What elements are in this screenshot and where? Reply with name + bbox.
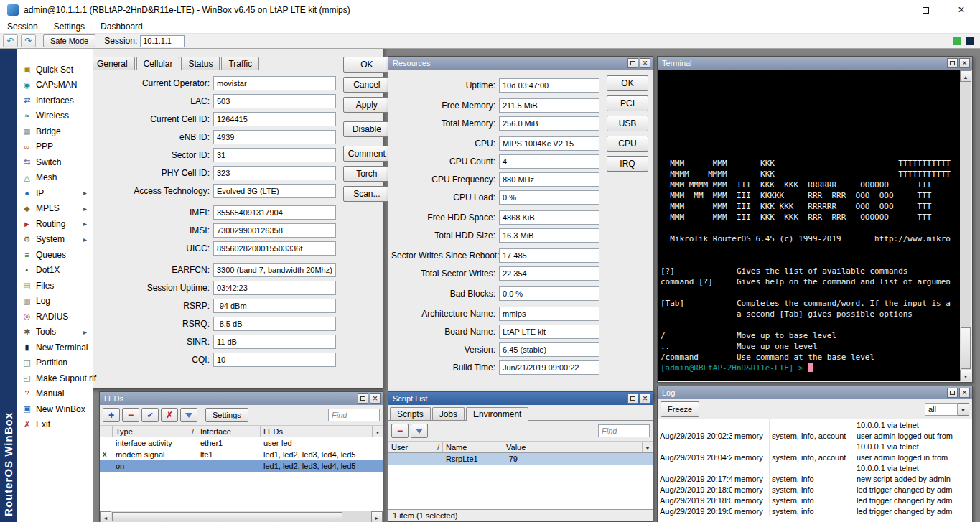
column-header-type[interactable]: Type/ [113, 426, 197, 437]
sidebar-item[interactable]: ◰ Make Supout.rif [17, 370, 93, 386]
sidebar-item[interactable]: ▤ Files [17, 278, 93, 294]
safe-mode-button[interactable]: Safe Mode [43, 34, 95, 47]
terminal-titlebar[interactable]: Terminal [658, 57, 972, 70]
sidebar-item[interactable]: ⚙ System [17, 232, 93, 248]
sidebar-item[interactable]: ✗ Exit [17, 417, 93, 433]
log-row[interactable]: Aug/29/2019 20:04:26 memory system, info… [658, 452, 972, 462]
field-value[interactable]: 16.3 MiB [499, 228, 599, 243]
sidebar-item[interactable]: ● IP [17, 185, 93, 201]
field-value[interactable]: 22 354 [499, 266, 599, 281]
tab[interactable]: Status [181, 57, 220, 70]
remove-button[interactable] [391, 424, 409, 438]
lte-action-button[interactable]: Apply [343, 97, 391, 113]
field-value[interactable]: 10 [213, 353, 336, 367]
tab[interactable]: Scripts [390, 407, 431, 420]
log-row[interactable]: Aug/29/2019 20:17:49 memory system, info… [658, 473, 972, 484]
lte-action-button[interactable]: Scan... [343, 186, 391, 202]
field-value[interactable]: 4 [499, 154, 599, 169]
field-value[interactable]: 323 [213, 166, 336, 180]
sidebar-item[interactable]: ▣ Quick Set [17, 62, 93, 78]
column-header-user[interactable]: User/ [388, 442, 443, 452]
field-value[interactable]: 730029900126358 [213, 223, 336, 238]
lte-action-button[interactable]: Comment [343, 146, 391, 162]
field-value[interactable]: 256.0 MiB [499, 116, 599, 131]
terminal-scrollbar[interactable] [960, 70, 971, 381]
column-header-value[interactable]: Value [503, 442, 642, 452]
field-value[interactable]: 17 485 [499, 248, 599, 263]
log-row[interactable]: 10.0.0.1 via telnet [658, 462, 972, 473]
filter-button[interactable] [180, 408, 197, 422]
sidebar-item[interactable]: ∞ PPP [17, 139, 93, 155]
maximize-button[interactable] [920, 4, 931, 16]
maximize-button[interactable] [358, 393, 368, 404]
find-input[interactable] [598, 424, 650, 437]
dropdown-button[interactable] [958, 403, 969, 416]
field-value[interactable]: 31 [213, 148, 336, 162]
field-value[interactable]: 11 dB [213, 335, 336, 349]
field-value[interactable]: Evolved 3G (LTE) [213, 184, 336, 198]
field-value[interactable]: mmips [499, 307, 599, 321]
lte-action-button[interactable]: Cancel [343, 77, 391, 93]
tab[interactable]: Environment [466, 407, 528, 421]
column-dropdown-button[interactable] [642, 442, 653, 452]
column-header-interface[interactable]: Interface [197, 426, 261, 437]
tab[interactable]: Cellular [136, 57, 180, 70]
resources-action-button[interactable]: IRQ [607, 156, 648, 172]
resources-action-button[interactable]: CPU [607, 136, 648, 152]
field-value[interactable]: 10d 03:47:00 [499, 78, 599, 93]
menu-dashboard[interactable]: Dashboard [101, 22, 143, 32]
field-value[interactable]: MIPS 1004Kc V2.15 [499, 136, 599, 151]
terminal-output[interactable]: MMM MMM KKK TTTTTTTTTTT MMMM MMMM KKK TT… [658, 70, 960, 381]
filter-button[interactable] [411, 424, 428, 438]
log-row[interactable]: Aug/29/2019 20:02:37 memory system, info… [658, 430, 972, 441]
log-row[interactable]: 10.0.0.1 via telnet [658, 419, 972, 430]
undo-button[interactable] [3, 34, 18, 47]
hscrollbar-thumb[interactable] [112, 512, 342, 521]
sidebar-item[interactable]: ► Routing [17, 216, 93, 232]
sidebar-item[interactable]: ⇄ Interfaces [17, 93, 93, 108]
scroll-left-button[interactable] [100, 511, 111, 522]
resources-titlebar[interactable]: Resources [388, 57, 653, 70]
resources-action-button[interactable]: PCI [607, 95, 648, 111]
scroll-right-button[interactable] [371, 511, 383, 522]
resources-action-button[interactable]: OK [607, 75, 648, 91]
scroll-down-button[interactable] [960, 370, 971, 381]
close-button[interactable] [959, 388, 970, 398]
close-button[interactable] [640, 58, 650, 68]
resources-action-button[interactable]: USB [607, 116, 648, 131]
sidebar-item[interactable]: ◎ RADIUS [17, 309, 93, 325]
log-row[interactable]: Aug/29/2019 20:18:03 memory system, info… [658, 495, 972, 505]
field-value[interactable]: -94 dBm [213, 299, 336, 313]
maximize-button[interactable] [627, 393, 638, 404]
menu-session[interactable]: Session [7, 22, 38, 32]
enable-button[interactable] [141, 408, 159, 422]
column-header-name[interactable]: Name [443, 442, 503, 452]
scroll-up-button[interactable] [960, 70, 971, 82]
log-titlebar[interactable]: Log [658, 386, 972, 399]
session-input[interactable] [140, 35, 185, 47]
tab[interactable]: Jobs [432, 407, 465, 420]
tab[interactable]: Traffic [221, 57, 259, 70]
field-value[interactable]: movistar [213, 76, 336, 90]
field-value[interactable]: 8956028200015503336f [213, 241, 336, 256]
sidebar-item[interactable]: △ Mesh [17, 170, 93, 186]
leds-titlebar[interactable]: LEDs [100, 392, 383, 405]
field-value[interactable]: LtAP LTE kit [499, 325, 599, 339]
sidebar-item[interactable]: ▣ New WinBox [17, 401, 93, 417]
add-button[interactable] [103, 408, 120, 422]
log-filter-select[interactable]: all [925, 403, 969, 416]
sidebar-item[interactable]: ▥ Log [17, 294, 93, 309]
remove-button[interactable] [122, 408, 139, 422]
maximize-button[interactable] [947, 388, 958, 398]
sidebar-item[interactable]: ▦ Bridge [17, 123, 93, 139]
horizontal-scrollbar[interactable] [100, 511, 383, 522]
lte-action-button[interactable]: Disable [343, 121, 391, 137]
field-value[interactable]: 880 MHz [499, 172, 599, 187]
leds-row[interactable]: X modem signal lte1 led1, led2, led3, le… [100, 449, 383, 460]
close-button[interactable] [640, 393, 650, 404]
log-row[interactable]: 10.0.0.1 via telnet [658, 441, 972, 452]
field-value[interactable]: 503 [213, 94, 336, 108]
log-row[interactable]: Aug/29/2019 20:18:01 memory system, info… [658, 484, 972, 495]
menu-settings[interactable]: Settings [54, 22, 85, 32]
sidebar-item[interactable]: ▪ Dot1X [17, 263, 93, 279]
